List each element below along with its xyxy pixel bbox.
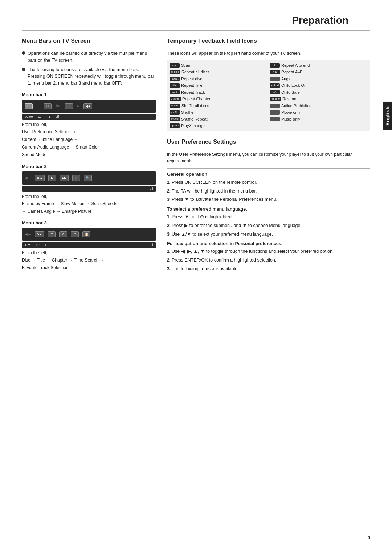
nav-step-3-text: The following items are available: [172,266,239,272]
fb-label-repeat-title: Repeat Title [181,83,203,88]
fb-label-child-lock: Child Lock On [281,83,306,88]
mb1-sep-2: 1en [55,104,61,108]
mb1-num2: 1en [38,115,44,118]
fb-chip-repeat-title: title [170,83,180,88]
mb3-item-2: Favorite Track Selection [22,264,156,271]
fb-chip-repeat-disc: repeat [170,77,180,81]
menu-bar-1-label: Menu bar 1 [22,92,156,97]
mb3-icon-t: T [48,231,56,237]
fb-cell-action-prohibited: Action Prohibited [270,103,368,109]
mb2-icon-3: ▶▶ [60,175,69,181]
fb-cell-shuffle-repeat: shuffle Shuffle Repeat [170,116,268,122]
nav-step-1-text: Use ◀, ▶, ▲, ▼ to toggle through the fun… [172,248,334,255]
fb-chip-repeat-ab: A-B [270,70,280,74]
mb2-item-2: → Camera Angle → Enlarge Picture [22,208,156,215]
fb-label-scan: Scan [181,63,190,68]
gen-op-step-1-text: Press ON SCREEN on the remote control. [172,179,257,186]
fb-chip-repeat-a-end: A [270,63,280,68]
left-column: Menu Bars on TV Screen Operations can be… [22,38,156,276]
mb3-right: off [150,243,153,247]
fb-cell-shuffle-all: all disc Shuffle all discs [170,103,268,109]
fb-label-repeat-track: Repeat Track [181,90,205,94]
mb2-item-1: Frame by Frame → Slow Motion → Scan Spee… [22,200,156,207]
fb-cell-repeat-disc: repeat Repeat disc [170,76,268,82]
gen-op-steps: 1 Press ON SCREEN on the remote control.… [167,179,370,203]
bullet-item-1: Operations can be carried out directly v… [22,50,156,64]
select-lang-step-3-text: Use ▲/▼ to select your preferred menu la… [172,231,273,238]
gen-op-step-1: 1 Press ON SCREEN on the remote control. [167,179,370,186]
mb3-num3: 1 [44,243,46,247]
mb1-icon-4: ◀◀ [83,103,92,109]
feedback-section-title: Temporary Feedback Field Icons [167,38,370,46]
mb1-sep-3: ⚙ [77,104,80,108]
user-pref-section-title: User Preference Settings [167,139,370,147]
select-lang-step-2-num: 2 [167,222,170,229]
mb1-icon-3: 🎵 [65,103,73,109]
feedback-intro: These icons will appear on the top left … [167,50,370,57]
mb1-item-4: Sound Mode [22,151,156,158]
fb-cell-repeat-chapter: chapter Repeat Chapter [170,96,268,102]
nav-title: For navigation and selection in Personal… [167,241,370,246]
nav-step-1-num: 1 [167,248,170,255]
fb-chip-shuffle-repeat: shuffle [170,117,180,122]
nav-step-2-text: Press ENTER/OK to confirm a highlighted … [172,257,276,264]
nav-step-3: 3 The following items are available: [167,266,370,272]
select-lang-steps: 1 Press ▼ until ⊙ is highlighted. 2 Pres… [167,214,370,238]
fb-cell-repeat-title: title Repeat Title [170,82,268,89]
fb-cell-repeat-track: track Repeat Track [170,89,268,96]
fb-label-shuffle-all: Shuffle all discs [181,104,209,108]
mb3-num2: 10 [36,243,39,247]
fb-chip-resume: resume [270,97,281,101]
menu-bar-1-display: TA — □ 1en 🎵 ⚙ ◀◀ [22,100,156,113]
fb-label-movie-only: Movie only [281,110,301,114]
bullet-text-2: The following functions are available vi… [28,66,156,87]
bullet-dot-2 [22,68,25,71]
mb2-arrow-left: ◀— [25,176,31,180]
fb-chip-repeat-track: track [170,90,180,95]
gen-op-step-3: 3 Press ▼ to activate the Personal Prefe… [167,196,370,203]
nav-step-2-num: 2 [167,257,170,264]
mb1-item-3: Current Audio Language → Smart Color → [22,144,156,151]
fb-cell-shuffle: shuffle Shuffle [170,109,268,116]
fb-cell-child-lock: locked Child Lock On [270,82,368,89]
select-lang-step-3-num: 3 [167,231,170,238]
right-column: Temporary Feedback Field Icons These ico… [167,38,370,276]
fb-label-child-safe: Child Safe [281,90,300,94]
user-pref-intro: In the User Preference Settings menu, yo… [167,151,370,165]
fb-cell-all-disc: all disc Repeat all discs [170,69,268,75]
fb-chip-angle [270,77,280,81]
fb-cell-child-safe: safe Child Safe [270,89,368,96]
mb1-sep-1: — [36,104,40,108]
nav-step-2: 2 Press ENTER/OK to confirm a highlighte… [167,257,370,264]
select-lang-step-1-num: 1 [167,214,170,220]
fb-cell-angle: Angle [270,76,368,82]
mb3-arrow-left: ◀— [25,232,31,236]
gen-op-step-2-text: The TA will be highlighted in the menu b… [172,188,257,195]
mb3-from-left: From the left, [22,250,156,255]
mb2-icon-5: 🔍 [84,175,92,181]
fb-chip-shuffle-all: all disc [170,104,180,108]
gen-op-title: General operation [167,171,370,177]
menu-bars-section-title: Menu Bars on TV Screen [22,38,156,46]
fb-label-repeat-a-end: Repeat A to end [281,63,310,68]
menu-bar-2-label: Menu bar 2 [22,164,156,169]
gen-op-rule [167,168,370,169]
gen-op-step-3-num: 3 [167,196,170,203]
gen-op-step-1-num: 1 [167,179,170,186]
select-lang-title: To select a preferred menu language, [167,207,370,212]
fb-label-action-prohibited: Action Prohibited [281,104,311,108]
mb2-from-left: From the left, [22,194,156,199]
fb-label-repeat-disc: Repeat disc [181,77,202,81]
fb-chip-music-only [270,117,280,122]
mb3-icon-d: D▲ [35,231,44,237]
gen-op-step-2: 2 The TA will be highlighted in the menu… [167,188,370,195]
bullet-text-1: Operations can be carried out directly v… [28,50,156,64]
fb-cell-music-only: Music only [270,116,368,122]
gen-op-step-2-num: 2 [167,188,170,195]
menu-bar-3-display: ◀— D▲ T C ⏱ 📋 [22,228,156,241]
nav-step-1: 1 Use ◀, ▶, ▲, ▼ to toggle through the f… [167,248,370,255]
fb-cell-resume: resume Resume [270,96,368,102]
fb-label-all-disc: Repeat all discs [181,70,210,74]
mb2-right-text: off [150,187,153,190]
fb-chip-action-prohibited [270,104,280,108]
